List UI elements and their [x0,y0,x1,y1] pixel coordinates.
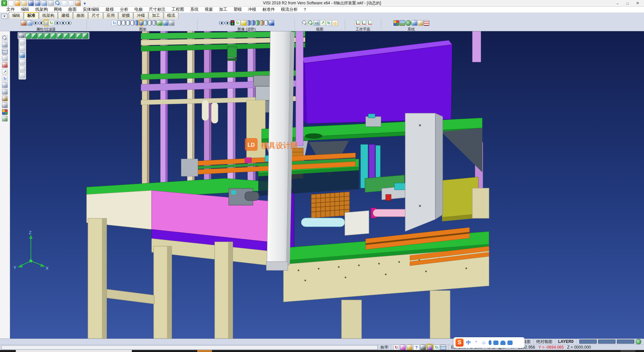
adv-plusminus-icon[interactable] [241,20,247,26]
tab-dropdown-button[interactable]: ▼ [1,14,7,19]
cylinder-wire-icon[interactable] [117,20,121,26]
cylinder-copy-icon[interactable] [163,20,168,26]
ime-mode-chinese[interactable]: 中 [466,340,471,346]
filter-doc-icon[interactable] [27,20,33,26]
scale-1to1-icon[interactable]: 1:1 [314,20,320,26]
tab-application[interactable]: 应用 [103,12,118,19]
preview-icon[interactable] [55,0,61,6]
cylinder-shaded-icon[interactable] [135,20,139,26]
graphics-settings-icon[interactable] [169,20,174,26]
magnet-icon[interactable] [420,345,426,350]
pen-swatch[interactable] [617,340,634,344]
snap-toggle-icon[interactable]: ↻ [393,345,399,350]
menu-mould[interactable]: 塑模 [230,7,245,12]
attribute-brush-icon[interactable] [21,20,26,26]
adv-cylinder-b-icon[interactable] [251,20,255,26]
menu-file[interactable]: 文件 [3,7,18,12]
color-palette-icon[interactable] [393,20,399,26]
refresh-visibility-icon[interactable]: ↻ [49,20,54,26]
ime-emoji[interactable]: ☺ [481,340,487,346]
vp-tool-clip-icon[interactable] [19,59,25,65]
command-input[interactable] [1,345,378,350]
hide-all-icon[interactable] [66,21,71,25]
maximize-button[interactable]: □ [623,0,633,6]
system-settings-icon[interactable] [406,20,411,26]
filter-traffic-icon[interactable] [44,20,48,26]
tab-flow[interactable]: 模流 [164,12,178,19]
calc-icon[interactable] [407,345,413,350]
show-add-icon[interactable] [33,21,38,25]
taskbar-highlight[interactable] [197,350,212,352]
view-mode[interactable]: 绝对视图 [533,339,555,344]
ime-mic-icon[interactable] [489,340,491,345]
tab-wireframe[interactable]: 线架构 [39,12,58,19]
vp-tool-select-icon[interactable] [19,39,25,45]
active-layer[interactable]: LAYER0 [555,339,576,344]
vc-iso-view-icon[interactable] [25,33,31,39]
menu-help[interactable]: ? [301,7,309,12]
lt-dimension-icon[interactable] [2,89,8,95]
toolbar-more-icon[interactable]: ▾ [82,0,88,6]
grid-settings-icon[interactable] [424,20,429,26]
lt-rotate-icon[interactable]: ↻ [2,76,8,81]
cylinder-shaded-edges-icon[interactable] [139,20,143,26]
dynamic-cube-icon[interactable] [427,345,433,350]
measure-arrow-icon[interactable]: ↗ [320,20,326,26]
lt-palette-icon[interactable] [2,109,8,115]
adv-cylinder-wire-icon[interactable] [264,20,268,26]
model-3d-view[interactable]: LD 模具设计网 Z Y X [10,31,644,339]
lt-hammer-icon[interactable] [2,96,8,101]
menu-dimension[interactable]: 尺寸标注 [146,7,169,12]
workplane-align-icon[interactable] [366,20,372,26]
vp-tool-shade-icon[interactable] [19,66,25,72]
world-icon[interactable] [636,339,641,345]
vc-back-view-icon[interactable] [38,33,44,39]
show-all-icon[interactable] [60,21,66,25]
lt-zoom-icon[interactable] [2,35,8,41]
redo-icon[interactable] [68,0,74,6]
windows-taskbar[interactable] [0,350,644,352]
vc-bottom-view-icon[interactable] [63,33,69,39]
menu-edit[interactable]: 编辑 [18,7,32,12]
vp-tool-section-icon[interactable] [19,52,25,58]
circle-snap-icon[interactable]: ↻ [434,345,439,350]
adv-cylinder-a-icon[interactable] [247,20,251,26]
cylinder-flat-icon[interactable] [148,20,152,26]
taskbar-window-button[interactable] [16,350,132,352]
close-button[interactable]: ✕ [633,0,643,6]
vc-ne-iso-icon[interactable] [83,33,88,39]
adv-hide-icon[interactable] [225,21,230,25]
tab-modeling[interactable]: 建模 [58,12,73,19]
ime-keyboard-icon[interactable] [493,341,498,345]
save-as-icon[interactable] [35,0,41,6]
zoom-extents-icon[interactable] [308,20,314,26]
menu-surface[interactable]: 曲面 [65,7,80,12]
model-viewport[interactable]: LD 模具设计网 Z Y X [10,31,644,339]
workplane-axes-icon[interactable] [354,20,360,26]
cylinder-hatch-icon[interactable] [152,20,156,26]
save-all-icon[interactable] [42,0,47,6]
lt-export-icon[interactable] [2,116,8,122]
menu-window[interactable]: 视窗 [202,7,216,12]
tab-dimension[interactable]: 尺寸 [88,12,103,19]
print-icon[interactable] [48,0,54,6]
render-smiley-icon[interactable]: ☺ [332,20,338,26]
linetype-swatch[interactable] [579,340,597,344]
lt-snap-icon[interactable] [2,49,8,54]
help-icon[interactable]: ? [414,345,419,350]
cylinder-recycle-icon[interactable] [157,20,162,26]
adv-traffic-icon[interactable] [230,20,234,26]
menu-drawing[interactable]: 工程图 [169,7,187,12]
vp-tool-pan-icon[interactable] [19,46,25,51]
lock-toggle[interactable]: 拴牢 [378,345,391,350]
menu-flow-analysis[interactable]: 模流分析 [278,7,301,12]
tab-progress[interactable]: 冲模 [133,12,148,19]
menu-analysis[interactable]: 分析 [117,7,131,12]
menu-standard-parts[interactable]: 标准件 [259,7,278,12]
adv-cone-icon[interactable] [269,20,274,26]
cylinder-transparent-icon[interactable] [144,20,148,26]
hide-remove-icon[interactable] [39,21,44,25]
layout-icon[interactable] [440,345,446,350]
menu-modeling[interactable]: 建模 [103,7,117,12]
vc-sw-iso-icon[interactable] [70,33,75,39]
